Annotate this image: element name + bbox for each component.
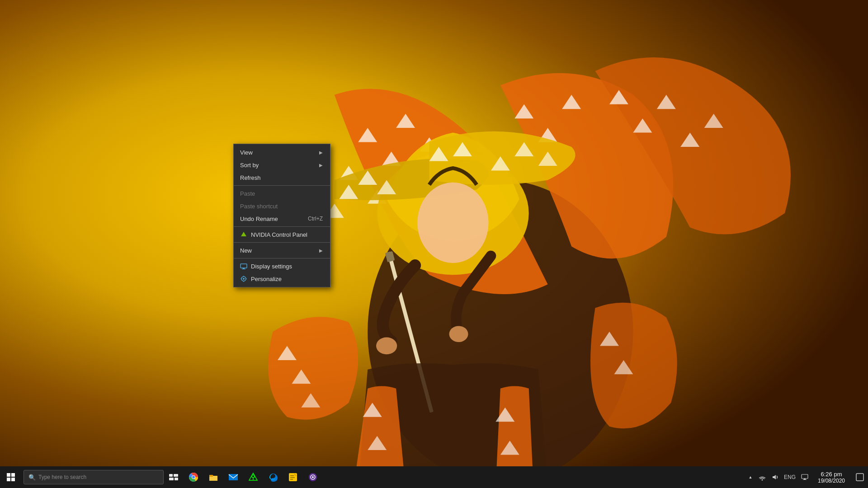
svg-marker-17: [704, 114, 723, 128]
svg-marker-22: [429, 147, 448, 161]
svg-marker-5: [396, 114, 415, 128]
monitor-tray-button[interactable]: [798, 467, 811, 487]
volume-tray-button[interactable]: [769, 467, 781, 487]
svg-rect-68: [290, 479, 293, 480]
context-menu-item-paste-shortcut[interactable]: Paste shortcut: [234, 200, 330, 212]
svg-marker-7: [368, 189, 387, 203]
svg-rect-0: [0, 0, 868, 488]
svg-rect-50: [241, 279, 242, 279]
svg-marker-38: [301, 393, 320, 407]
notification-icon: [856, 473, 864, 481]
view-arrow-icon: ▶: [319, 150, 323, 155]
language-label: ENG: [784, 474, 796, 480]
clock-time: 6:26 pm: [821, 471, 842, 478]
app7-taskbar-button[interactable]: [303, 467, 323, 487]
separator-1: [234, 185, 330, 186]
svg-point-30: [376, 338, 397, 355]
notification-center-button[interactable]: [852, 466, 868, 488]
context-menu-item-new[interactable]: New ▶: [234, 244, 330, 257]
svg-marker-32: [363, 403, 382, 417]
svg-marker-16: [680, 133, 699, 147]
personalize-icon: [240, 275, 247, 282]
context-menu-item-personalize[interactable]: Personalize: [234, 272, 330, 285]
context-menu-item-view[interactable]: View ▶: [234, 146, 330, 159]
network-tray-button[interactable]: [756, 467, 769, 487]
context-menu-item-sort-by[interactable]: Sort by ▶: [234, 159, 330, 171]
context-menu-item-paste[interactable]: Paste: [234, 187, 330, 200]
file-explorer-icon: [208, 472, 218, 482]
svg-rect-60: [209, 475, 213, 477]
personalize-label: Personalize: [251, 276, 282, 282]
desktop: View ▶ Sort by ▶ Refresh Paste: [0, 0, 868, 488]
display-settings-label: Display settings: [251, 263, 292, 270]
context-menu-item-refresh[interactable]: Refresh: [234, 171, 330, 184]
svg-rect-51: [245, 279, 247, 279]
search-placeholder: Type here to search: [38, 474, 86, 480]
svg-point-47: [243, 278, 245, 280]
svg-rect-54: [169, 478, 174, 480]
svg-marker-20: [358, 170, 377, 184]
refresh-label: Refresh: [240, 174, 261, 181]
svg-marker-3: [382, 152, 401, 166]
svg-rect-28: [387, 252, 434, 413]
svg-marker-2: [358, 128, 377, 142]
clock-button[interactable]: 6:26 pm 19/08/2020: [811, 466, 852, 488]
edge-icon: [268, 472, 278, 482]
edge-taskbar-button[interactable]: [263, 467, 283, 487]
file-explorer-taskbar-button[interactable]: [203, 467, 223, 487]
sticky-notes-icon: [288, 472, 298, 482]
search-bar[interactable]: 🔍 Type here to search: [24, 470, 164, 484]
svg-marker-24: [491, 156, 510, 170]
svg-point-18: [377, 152, 529, 275]
svg-rect-53: [174, 474, 178, 477]
chrome-taskbar-button[interactable]: [184, 467, 203, 487]
svg-rect-66: [290, 475, 294, 476]
sticky-notes-taskbar-button[interactable]: [283, 467, 303, 487]
svg-marker-34: [495, 408, 514, 422]
svg-rect-73: [802, 474, 808, 479]
svg-rect-75: [803, 479, 807, 480]
svg-rect-49: [244, 281, 244, 282]
svg-point-63: [252, 475, 255, 478]
svg-marker-39: [600, 332, 619, 346]
task-view-button[interactable]: [164, 467, 184, 487]
svg-marker-10: [514, 104, 533, 118]
svg-rect-43: [241, 264, 247, 268]
undo-rename-shortcut: Ctrl+Z: [308, 216, 323, 222]
context-menu-item-nvidia[interactable]: NVIDIA Control Panel: [234, 228, 330, 241]
svg-marker-14: [633, 118, 652, 132]
svg-rect-59: [209, 476, 217, 481]
svg-point-58: [192, 476, 195, 479]
sort-by-label: Sort by: [240, 162, 259, 169]
search-icon: 🔍: [28, 474, 36, 481]
separator-3: [234, 242, 330, 243]
chevron-up-icon: ▲: [749, 475, 753, 479]
alienware-taskbar-button[interactable]: [243, 467, 263, 487]
show-hidden-icons-button[interactable]: ▲: [745, 467, 756, 487]
context-menu-item-undo-rename[interactable]: Undo Rename Ctrl+Z: [234, 212, 330, 225]
svg-marker-13: [609, 90, 628, 104]
svg-rect-29: [385, 251, 395, 263]
start-button[interactable]: [0, 466, 22, 488]
svg-rect-48: [244, 276, 244, 277]
display-settings-icon: [240, 263, 247, 270]
svg-marker-35: [500, 441, 519, 455]
svg-marker-26: [538, 152, 557, 166]
nvidia-label: NVIDIA Control Panel: [251, 231, 307, 238]
svg-rect-45: [242, 269, 245, 269]
context-menu-item-display-settings[interactable]: Display settings: [234, 260, 330, 272]
svg-rect-74: [804, 479, 806, 479]
language-button[interactable]: ENG: [781, 466, 798, 488]
svg-rect-52: [169, 474, 173, 477]
monitor-icon: [801, 474, 808, 481]
svg-marker-19: [339, 185, 358, 199]
paste-shortcut-label: Paste shortcut: [240, 203, 278, 210]
mail-taskbar-button[interactable]: [223, 467, 243, 487]
svg-marker-8: [401, 180, 420, 194]
system-tray: ▲ ENG: [745, 466, 868, 488]
context-menu: View ▶ Sort by ▶ Refresh Paste: [233, 144, 330, 287]
view-label: View: [240, 149, 253, 156]
svg-marker-6: [420, 137, 439, 151]
svg-marker-25: [514, 142, 533, 156]
svg-marker-40: [614, 360, 633, 374]
